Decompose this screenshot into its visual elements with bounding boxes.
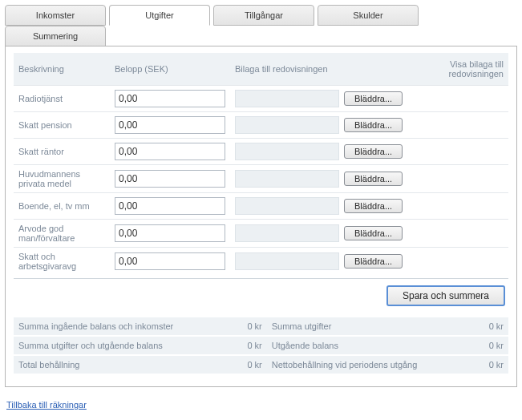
amount-input[interactable] [115, 197, 225, 215]
browse-button[interactable]: Bläddra... [344, 118, 403, 132]
save-summarize-button[interactable]: Spara och summera [386, 285, 505, 306]
show-attachment-cell [436, 248, 508, 276]
summary-value: 0 kr [460, 336, 508, 355]
browse-button[interactable]: Bläddra... [344, 172, 403, 186]
show-attachment-cell [436, 112, 508, 139]
amount-input[interactable] [115, 170, 225, 188]
attachment-field [235, 197, 339, 215]
browse-button[interactable]: Bläddra... [344, 226, 403, 240]
summary-label: Total behållning [14, 355, 219, 374]
tab-utgifter[interactable]: Utgifter [109, 5, 210, 26]
attachment-field [235, 90, 339, 107]
summary-value: 0 kr [219, 336, 267, 355]
browse-button[interactable]: Bläddra... [344, 91, 403, 106]
row-label: Skatt och arbetsgivaravg [14, 248, 110, 276]
tab-inkomster[interactable]: Inkomster [5, 5, 106, 26]
summary-label: Summa ingående balans och inkomster [14, 317, 219, 336]
amount-input[interactable] [115, 252, 225, 270]
summary-value: 0 kr [219, 355, 267, 374]
attachment-field [235, 143, 339, 160]
header-attach: Bilaga till redovisningen [230, 53, 436, 86]
row-label: Huvudmannens privata medel [14, 165, 110, 193]
attachment-field [235, 170, 339, 188]
summary-label: Summa utgifter och utgående balans [14, 336, 219, 355]
amount-input[interactable] [115, 90, 225, 107]
row-label: Arvode god man/förvaltare [14, 220, 110, 248]
tab-panel-utgifter: Beskrivning Belopp (SEK) Bilaga till red… [5, 46, 517, 387]
show-attachment-cell [436, 139, 508, 165]
show-attachment-cell [436, 86, 508, 112]
back-to-bills-link[interactable]: Tillbaka till räkningar [6, 400, 87, 410]
amount-input[interactable] [115, 116, 225, 134]
browse-button[interactable]: Bläddra... [344, 254, 403, 269]
browse-button[interactable]: Bläddra... [344, 144, 403, 159]
row-label: Skatt räntor [14, 139, 110, 165]
tab-skulder[interactable]: Skulder [318, 5, 419, 26]
tab-summering[interactable]: Summering [5, 26, 106, 46]
summary-label: Utgående balans [267, 336, 460, 355]
attachment-field [235, 116, 339, 134]
attachment-field [235, 252, 339, 270]
attachment-field [235, 224, 339, 242]
show-attachment-cell [436, 220, 508, 248]
row-label: Boende, el, tv mm [14, 193, 110, 220]
amount-input[interactable] [115, 143, 225, 160]
summary-value: 0 kr [460, 317, 508, 336]
summary-value: 0 kr [460, 355, 508, 374]
summary-value: 0 kr [219, 317, 267, 336]
row-label: Skatt pension [14, 112, 110, 139]
header-desc: Beskrivning [14, 53, 110, 86]
amount-input[interactable] [115, 224, 225, 242]
summary-label: Summa utgifter [267, 317, 460, 336]
show-attachment-cell [436, 193, 508, 220]
show-attachment-cell [436, 165, 508, 193]
header-showattach: Visa bilaga till redovisningen [436, 53, 508, 86]
tab-tillgangar[interactable]: Tillgångar [213, 5, 314, 26]
summary-label: Nettobehållning vid periodens utgång [267, 355, 460, 374]
row-label: Radiotjänst [14, 86, 110, 112]
header-amount: Belopp (SEK) [110, 53, 230, 86]
browse-button[interactable]: Bläddra... [344, 199, 403, 213]
